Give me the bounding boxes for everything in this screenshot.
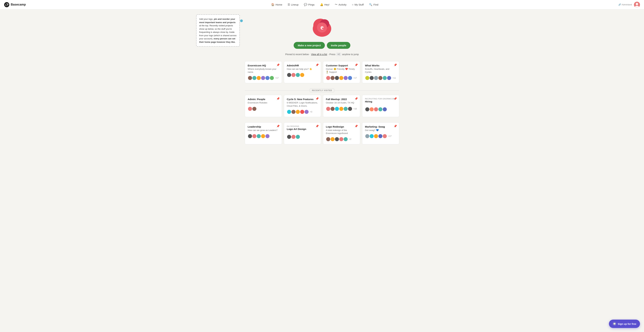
avatar-group: +17 [365,134,396,138]
view-all-link[interactable]: View all in a list [311,53,327,56]
project-desc: Where everybody knows your name. [248,67,279,74]
project-card[interactable]: 📌 Admin/HR How can we help you? 👋 [284,61,321,83]
mini-avatar [339,106,344,111]
mystuff-icon: ○ [352,3,354,6]
nav-hey[interactable]: 🔔 Hey! [318,2,332,7]
mini-avatar [343,76,348,80]
adminland-icon: 🔗 [618,3,621,6]
pin-icon: 📌 [276,63,280,66]
unpin-icon[interactable]: 📌 [394,125,397,128]
mini-avatar [261,134,266,138]
navbar-right: 🔗 Adminland [618,2,640,8]
project-title: What Works [365,64,396,67]
mini-avatar [348,106,352,111]
mini-avatar [265,134,270,138]
avatar-group: +11 [365,76,396,80]
mini-avatar [300,109,304,114]
project-sub-label: GH DESIGNS [287,125,318,127]
project-card[interactable]: 📌 RECRUITING FOR ENORMICOM Hiring [362,95,399,117]
project-desc: How can we help you? 👋 [287,67,318,71]
mini-avatar [252,134,257,138]
tooltip-box: Add your logo, pin and reorder your most… [196,14,240,47]
project-title: Admin/HR [287,64,318,67]
unpin-icon[interactable]: 📌 [354,97,358,100]
pin-icon: 📌 [316,63,319,66]
mini-avatar [378,134,383,138]
project-card[interactable]: 📌 What Works Kickoffs, Heartbeats, and C… [362,61,399,83]
mini-avatar [365,76,370,80]
project-card[interactable]: 📌 Fall Meetup: 2022 October 16-19 Austin… [323,95,360,117]
mini-avatar [330,76,335,80]
nav-lineup[interactable]: ☰ Lineup [285,2,301,7]
project-card[interactable]: 📌 Enormicom HQ Where everybody knows you… [245,61,282,83]
project-desc: October 16-19 Austin, TX HQ [326,101,357,104]
unpin-icon[interactable]: 📌 [276,125,280,128]
project-desc: Kickoffs, Heartbeats, and Cycles [365,67,396,74]
project-card[interactable]: 📌 GH DESIGNS Logo Art Design [284,122,321,144]
avatar-group [287,134,318,139]
home-icon: 🏠 [271,3,274,6]
project-card[interactable]: 📌 Marketing: Swag Got swag? 💙 +17 [362,122,399,144]
project-title: Logo Art Design [287,128,318,130]
nav-links: 🏠 Home ☰ Lineup 💬 Pings 🔔 Hey! 〜 Activit… [31,1,618,8]
project-title: Customer Support [326,64,357,67]
make-project-button[interactable]: Make a new project [294,42,325,49]
nav-activity[interactable]: 〜 Activity [332,1,349,8]
tooltip-dot [240,19,243,22]
project-title: Leadership [248,125,279,128]
project-card[interactable]: 📌 Customer Support Human 😊 Friendly ❤️ T… [323,61,360,83]
avatar-group: +2 [326,137,357,142]
project-card[interactable]: 📌 Leadership How can we grow as Leaders? [245,122,282,144]
avatar-group: +3 [287,109,318,114]
mini-avatar [387,76,392,80]
mini-avatar [334,137,339,142]
nav-pings[interactable]: 💬 Pings [302,2,317,7]
nav-find[interactable]: 🔍 Find [367,2,380,7]
mini-avatar [382,76,387,80]
mini-avatar [382,134,387,138]
mini-avatar [334,106,339,111]
mini-avatar [374,76,378,80]
avatar-count: +16 [354,108,357,110]
signup-button[interactable]: 💬 Sign up for free [609,320,640,328]
mini-avatar [248,134,252,138]
unpin-icon[interactable]: 📌 [316,97,319,100]
brand-logo[interactable]: Basecamp [4,2,26,7]
keyboard-shortcut: ⌘J [336,53,341,56]
avatar-count: +2 [349,138,351,140]
nav-home[interactable]: 🏠 Home [269,2,284,7]
user-avatar[interactable] [634,2,640,8]
svg-point-3 [636,3,638,5]
project-sub-label: RECRUITING FOR ENORMICOM [365,98,396,100]
mini-avatar [296,109,300,114]
unpin-icon[interactable]: 📌 [276,97,280,100]
nav-mystuff[interactable]: ○ My Stuff [350,2,366,7]
avatar-count: +3 [310,111,312,113]
project-title: Hiring [365,100,396,103]
adminland-link[interactable]: 🔗 Adminland [618,3,632,6]
unpin-icon[interactable]: 📌 [316,125,319,128]
unpin-icon[interactable]: 📌 [394,97,397,100]
hero-subtitle: Pinned & recent below · View all in a li… [285,53,359,56]
avatar-group [287,73,318,77]
project-card[interactable]: 📌 Logo Redesign A total redesign of the … [323,122,360,144]
project-card[interactable]: 📌 Cycle 5: New Features 6-WEEKER: Login … [284,95,321,117]
find-icon: 🔍 [369,3,372,6]
pings-icon: 💬 [304,3,307,6]
project-desc: How can we grow as Leaders? [248,129,279,132]
hey-icon: 🔔 [320,3,323,6]
mini-avatar [343,106,348,111]
mini-avatar [291,73,296,77]
pin-icon: 📌 [394,63,397,66]
mini-avatar [378,107,383,112]
unpin-icon[interactable]: 📌 [354,125,358,128]
recent-projects-grid-2: 📌 Leadership How can we grow as Leaders?… [245,122,399,144]
mini-avatar [334,76,339,80]
mini-avatar [374,134,378,138]
mini-avatar [339,137,344,142]
invite-people-button[interactable]: Invite people [327,42,350,49]
mini-avatar [326,76,330,80]
project-title: Marketing: Swag [365,125,396,128]
mini-avatar [252,76,257,80]
project-card[interactable]: 📌 Admin: People Enormicom Rolodex [245,95,282,117]
